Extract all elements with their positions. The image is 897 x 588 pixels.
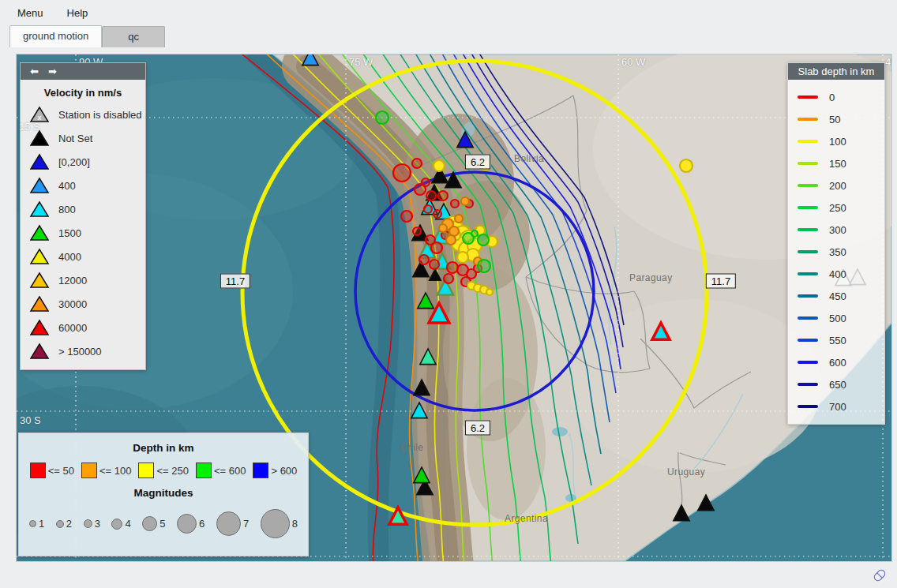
magnitude-legend-label: 4 [125,518,130,530]
event-marker[interactable] [438,191,448,200]
slab-legend-label: 600 [829,357,846,369]
event-marker[interactable] [447,262,458,273]
event-marker[interactable] [413,227,421,235]
magnitude-legend-label: 6 [199,518,205,530]
event-marker[interactable] [376,111,388,124]
event-marker[interactable] [433,210,441,218]
slab-legend-label: 500 [829,313,846,324]
event-marker[interactable] [478,260,490,272]
station-triangle-icon [29,318,50,337]
event-marker[interactable] [419,255,429,264]
event-marker[interactable] [401,211,412,222]
velocity-legend-item: 800 [21,197,145,221]
event-marker[interactable] [433,160,445,171]
slab-legend-item: 200 [788,174,884,197]
depth-legend-items: <= 50<= 100<= 250<= 600> 600 [19,463,308,478]
station-triangle-icon [29,223,50,242]
event-marker[interactable] [431,242,442,253]
slab-legend-label: 200 [829,180,846,192]
depth-color-square [253,463,268,478]
magnitude-circle [261,509,290,538]
slab-legend-label: 100 [829,136,846,148]
station-triangle-icon [29,342,50,361]
station-triangle-icon [29,247,50,266]
slab-legend-label: 450 [829,290,846,302]
depth-legend-title: Depth in km [19,442,308,454]
slab-legend-label: 650 [829,379,846,391]
event-marker[interactable] [430,260,439,269]
depth-legend-label: > 600 [271,465,297,477]
slab-color-swatch [798,96,818,99]
depth-legend-label: <= 50 [48,465,74,477]
event-marker[interactable] [393,164,411,182]
event-marker[interactable] [455,215,463,223]
ring-value-label: 6.2 [465,155,490,170]
velocity-legend-label: [0,200] [58,156,90,168]
magnitude-legend-items: 12345678 [19,509,308,538]
slab-legend-item: 250 [788,197,884,219]
velocity-legend-item: > 150000 [21,339,145,363]
slab-color-swatch [798,118,818,121]
menu-button[interactable]: Menu [11,6,50,21]
depth-legend-item: > 600 [253,463,297,478]
depth-legend-item: <= 50 [30,463,74,478]
slab-legend-item: 350 [788,241,884,263]
slab-legend-item: 0 [788,86,884,108]
slab-legend-label: 550 [829,335,846,346]
event-marker[interactable] [439,224,447,232]
grid-label: 30 S [20,414,41,426]
forward-arrow-icon[interactable]: ➡ [48,63,57,80]
event-marker[interactable] [486,289,493,295]
magnitude-legend-label: 2 [66,518,72,530]
country-label: Argentina [505,513,548,524]
velocity-legend-item: 60000 [21,316,145,339]
station-triangle-icon [29,271,50,290]
depth-legend-label: <= 600 [214,465,246,477]
event-marker[interactable] [422,178,430,186]
magnitude-circle [111,519,122,530]
slab-legend-item: 150 [788,152,884,174]
magnitude-legend-item: 8 [261,509,298,538]
magnitude-legend-label: 7 [243,518,249,530]
slab-color-swatch [798,272,818,275]
country-label: Paraguay [629,272,673,283]
back-arrow-icon[interactable]: ⬅ [30,63,39,80]
event-marker[interactable] [446,235,456,245]
station-triangle-icon [29,294,50,313]
map-canvas[interactable]: 90 W75 W60 W45 W15 S30 SBoliviaParaguayC… [16,54,892,562]
magnitude-circle [29,520,36,527]
depth-legend-item: <= 600 [196,463,246,478]
slab-color-swatch [798,294,818,298]
velocity-legend-items: xStation is disabledNot Set[0,200]400800… [21,103,145,369]
event-marker[interactable] [680,159,692,172]
magnitude-circle [142,516,157,531]
velocity-legend-label: Not Set [58,133,92,144]
slab-legend-label: 400 [829,268,846,280]
station-triangle-icon [29,200,50,219]
velocity-legend-title: Velocity in nm/s [21,80,145,103]
grid-label: 75 W [349,56,373,68]
tab-ground-motion[interactable]: ground motion [9,25,102,47]
slab-legend-label: 0 [829,92,835,103]
tab-qc[interactable]: qc [102,26,165,47]
slab-color-swatch [798,316,818,320]
slab-color-swatch [798,184,818,187]
event-marker[interactable] [426,191,436,200]
ring-value-label: 6.2 [465,421,490,436]
help-button[interactable]: Help [61,6,95,21]
event-marker[interactable] [412,159,422,168]
velocity-legend-label: 12000 [58,275,87,287]
event-marker[interactable] [457,252,468,263]
magnitude-legend-label: 3 [95,518,100,530]
size-grip-icon[interactable] [871,566,888,585]
event-marker[interactable] [444,274,453,283]
event-marker[interactable] [478,234,489,245]
magnitude-circle [56,520,64,528]
event-marker[interactable] [461,197,469,205]
event-marker[interactable] [471,230,478,237]
velocity-legend-label: 60000 [58,322,87,334]
event-marker[interactable] [424,205,432,213]
slab-legend-label: 700 [829,401,846,413]
event-marker[interactable] [451,200,459,208]
velocity-legend-label: 4000 [58,251,81,263]
